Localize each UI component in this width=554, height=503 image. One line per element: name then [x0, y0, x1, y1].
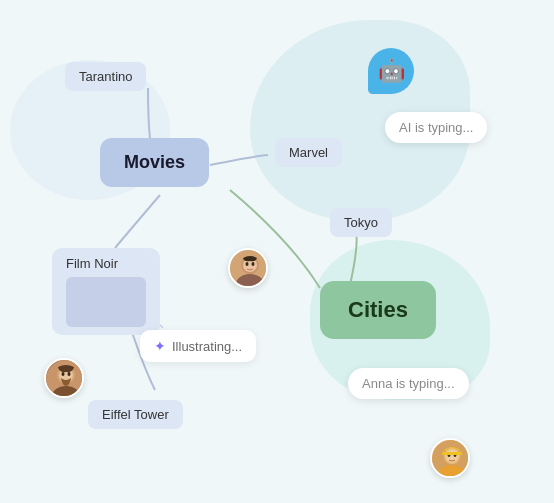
movies-label: Movies [124, 152, 185, 172]
marvel-node[interactable]: Marvel [275, 138, 342, 167]
robot-icon: 🤖 [378, 58, 405, 84]
svg-point-11 [68, 372, 71, 376]
illustrating-label: Illustrating... [172, 339, 242, 354]
cities-label: Cities [348, 297, 408, 322]
avatar-woman [228, 248, 268, 288]
svg-point-4 [246, 262, 249, 266]
film-noir-node[interactable]: Film Noir [52, 248, 160, 335]
avatar-woman-svg [230, 250, 268, 288]
film-noir-label: Film Noir [66, 256, 118, 271]
cities-node[interactable]: Cities [320, 281, 436, 339]
ai-typing-label: AI is typing... [399, 120, 473, 135]
avatar-construction-worker [430, 438, 470, 478]
tarantino-label: Tarantino [79, 69, 132, 84]
svg-rect-18 [442, 452, 462, 455]
tarantino-node[interactable]: Tarantino [65, 62, 146, 91]
illustrating-bubble: ✦ Illustrating... [140, 330, 256, 362]
ai-typing-bubble: AI is typing... [385, 112, 487, 143]
tokyo-node[interactable]: Tokyo [330, 208, 392, 237]
avatar-man-beard-svg [46, 360, 84, 398]
mind-map-canvas: Tarantino Movies Marvel Film Noir ✦ Illu… [0, 0, 554, 503]
marvel-label: Marvel [289, 145, 328, 160]
svg-point-5 [252, 262, 255, 266]
eiffel-tower-label: Eiffel Tower [102, 407, 169, 422]
robot-bubble: 🤖 [368, 48, 414, 94]
film-noir-image [66, 277, 146, 327]
movies-node[interactable]: Movies [100, 138, 209, 187]
tokyo-label: Tokyo [344, 215, 378, 230]
anna-typing-label: Anna is typing... [362, 376, 455, 391]
avatar-man-beard [44, 358, 84, 398]
eiffel-tower-node[interactable]: Eiffel Tower [88, 400, 183, 429]
avatar-worker-svg [432, 440, 470, 478]
sparkle-icon: ✦ [154, 338, 166, 354]
anna-typing-bubble: Anna is typing... [348, 368, 469, 399]
svg-point-10 [62, 372, 65, 376]
